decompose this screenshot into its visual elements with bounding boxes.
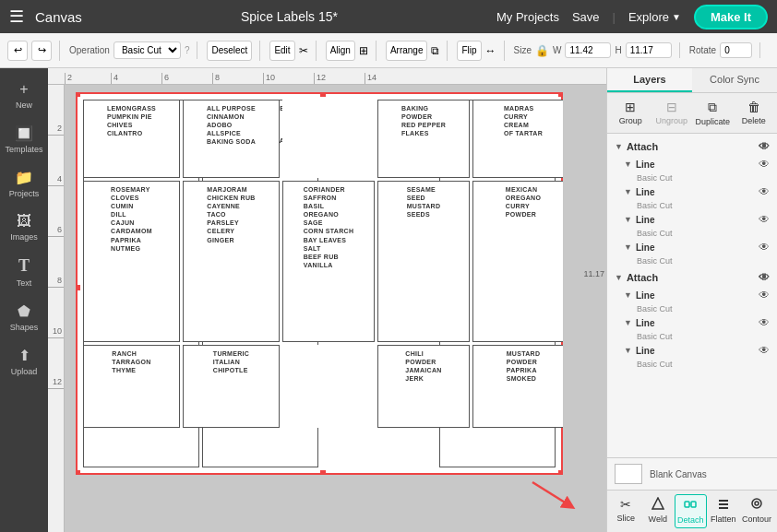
operation-select[interactable]: Basic Cut xyxy=(114,41,181,59)
layer-eye-3[interactable]: 👁 xyxy=(759,213,770,226)
tab-color-sync[interactable]: Color Sync xyxy=(692,68,777,92)
layer-line-6[interactable]: ▼ Line 👁 xyxy=(607,314,777,331)
align-button[interactable]: Align xyxy=(326,41,355,61)
layer-name-6: Line xyxy=(636,318,755,328)
spice-box-sesame: SESAME SEED MUSTARD SEEDS xyxy=(377,181,470,342)
ungroup-label: Ungroup xyxy=(655,116,687,125)
layer-eye-2[interactable]: 👁 xyxy=(759,185,770,198)
sidebar-item-templates[interactable]: 🔲 Templates xyxy=(3,119,45,160)
deselect-button[interactable]: Deselect xyxy=(207,41,252,61)
chevron-down-icon: ▼ xyxy=(672,12,681,22)
save-button[interactable]: Save xyxy=(572,10,600,24)
spice-box-allpurpose: ALL PURPOSE CINNAMON ADOBO ALLSPICE BAKI… xyxy=(183,100,280,178)
layer-arrow-1: ▼ xyxy=(624,160,632,169)
height-input[interactable] xyxy=(626,42,672,58)
spice-box-madras: MADRAS CURRY CREAM OF TARTAR xyxy=(472,100,563,178)
sidebar-item-shapes[interactable]: ⬟ Shapes xyxy=(3,297,45,337)
explore-button[interactable]: Explore ▼ xyxy=(628,10,681,24)
attach-eye-2[interactable]: 👁 xyxy=(759,271,770,284)
svg-marker-2 xyxy=(652,498,663,509)
layer-eye-7[interactable]: 👁 xyxy=(759,344,770,357)
rotate-label: Rotate xyxy=(689,45,716,55)
canvas-area[interactable]: 2 4 6 8 10 12 14 2 4 6 8 10 12 xyxy=(48,68,606,532)
arrange-button[interactable]: Arrange xyxy=(386,41,428,61)
operation-label: Operation xyxy=(69,45,110,55)
layer-line-5[interactable]: ▼ Line 👁 xyxy=(607,287,777,303)
weld-button[interactable]: Weld xyxy=(642,494,672,528)
layer-eye-6[interactable]: 👁 xyxy=(759,316,770,329)
hamburger-icon[interactable]: ☰ xyxy=(9,6,24,27)
panel-bottom-toolbar: ✂ Slice Weld Det xyxy=(607,490,777,532)
sidebar-item-text[interactable]: T Text xyxy=(3,251,45,293)
layer-line-1[interactable]: ▼ Line 👁 xyxy=(607,156,777,172)
attach-label-2: Attach xyxy=(627,272,658,283)
lock-icon[interactable]: 🔒 xyxy=(535,44,549,57)
attach-header-2[interactable]: ▼ Attach 👁 xyxy=(607,268,777,287)
layer-eye-5[interactable]: 👁 xyxy=(759,289,770,301)
attach-eye-1[interactable]: 👁 xyxy=(759,140,770,153)
redo-button[interactable]: ↪ xyxy=(31,41,52,61)
layers-list: ▼ Attach 👁 ▼ Line 👁 Basic Cut ▼ Line 👁 xyxy=(607,134,777,457)
slice-button[interactable]: ✂ Slice xyxy=(611,494,640,528)
panel-tabs: Layers Color Sync xyxy=(607,68,777,93)
layer-line-3[interactable]: ▼ Line 👁 xyxy=(607,211,777,228)
duplicate-label: Duplicate xyxy=(695,117,730,126)
spice-box-chili: CHILI POWDER JAMAICAN JERK xyxy=(377,345,470,428)
sidebar-item-projects[interactable]: 📁 Projects xyxy=(3,163,45,204)
undo-button[interactable]: ↩ xyxy=(7,41,28,61)
doc-title[interactable]: Spice Labels 15* xyxy=(93,9,485,24)
layer-sub-5: Basic Cut xyxy=(607,303,777,314)
layer-line-4[interactable]: ▼ Line 👁 xyxy=(607,239,777,255)
layer-line-7[interactable]: ▼ Line 👁 xyxy=(607,342,777,359)
flatten-button[interactable]: Flatten xyxy=(709,494,738,528)
spice-box-lemongrass: LEMONGRASS PUMPKIN PIE CHIVES CILANTRO xyxy=(83,100,180,178)
layer-sublabel-4: Basic Cut xyxy=(637,256,673,266)
layer-sublabel-2: Basic Cut xyxy=(637,201,673,210)
layer-eye-4[interactable]: 👁 xyxy=(759,241,770,254)
arrange-icon: ⧉ xyxy=(431,44,439,57)
blank-canvas-box xyxy=(615,464,642,484)
projects-icon: 📁 xyxy=(15,169,33,186)
arrow-annotation xyxy=(532,482,588,523)
layer-name-5: Line xyxy=(636,290,755,301)
sidebar-item-images[interactable]: 🖼 Images xyxy=(3,207,45,247)
layer-sub-4: Basic Cut xyxy=(607,255,777,266)
spice-box-turmeric: TURMERIC ITALIAN CHIPOTLE xyxy=(183,345,280,428)
attach-header-1[interactable]: ▼ Attach 👁 xyxy=(607,137,777,156)
operation-group: Operation Basic Cut ? xyxy=(69,41,197,59)
make-it-button[interactable]: Make It xyxy=(694,5,768,30)
attach-group-1: ▼ Attach 👁 ▼ Line 👁 Basic Cut ▼ Line 👁 xyxy=(607,137,777,266)
canvas-workspace[interactable]: LEMONGRASS PUMPKIN PIE CHIVES CILANTRO A… xyxy=(65,85,606,532)
my-projects-link[interactable]: My Projects xyxy=(496,10,559,24)
sidebar-item-upload[interactable]: ⬆ Upload xyxy=(3,341,45,382)
ungroup-button[interactable]: ⊟ Ungroup xyxy=(652,97,692,129)
spice-box-coriander: CORIANDER SAFFRON BASIL OREGANO SAGE COR… xyxy=(282,181,375,342)
tab-layers[interactable]: Layers xyxy=(607,68,692,92)
layer-arrow-4: ▼ xyxy=(624,242,632,252)
layer-line-2[interactable]: ▼ Line 👁 xyxy=(607,183,777,200)
width-input[interactable] xyxy=(565,42,611,58)
spice-layout: LEMONGRASS PUMPKIN PIE CHIVES CILANTRO A… xyxy=(76,92,563,475)
group-button[interactable]: ⊞ Group xyxy=(611,97,651,129)
svg-rect-8 xyxy=(719,507,728,509)
rotate-input[interactable] xyxy=(720,42,752,58)
operation-help-icon[interactable]: ? xyxy=(185,45,190,55)
layer-arrow-2: ▼ xyxy=(624,187,632,196)
duplicate-button[interactable]: ⧉ Duplicate xyxy=(693,97,733,129)
contour-button[interactable]: Contour xyxy=(740,494,773,528)
top-nav: ☰ Canvas Spice Labels 15* My Projects Sa… xyxy=(0,0,777,33)
layer-sublabel-1: Basic Cut xyxy=(637,173,673,183)
sidebar-item-label-upload: Upload xyxy=(11,367,38,376)
sidebar-item-new[interactable]: + New xyxy=(3,76,45,115)
divider: | xyxy=(613,10,616,24)
layer-arrow-6: ▼ xyxy=(624,318,632,327)
detach-button[interactable]: Detach xyxy=(675,494,707,528)
svg-rect-6 xyxy=(719,500,728,502)
edit-button[interactable]: Edit xyxy=(269,41,294,61)
layer-eye-1[interactable]: 👁 xyxy=(759,158,770,171)
spice-box-rosemary: ROSEMARY CLOVES CUMIN DILL CAJUN CARDAMO… xyxy=(83,181,180,342)
main-layout: + New 🔲 Templates 📁 Projects 🖼 Images T … xyxy=(0,68,777,532)
flip-button[interactable]: Flip xyxy=(457,41,481,61)
delete-button[interactable]: 🗑 Delete xyxy=(735,97,774,129)
svg-rect-3 xyxy=(685,502,689,507)
